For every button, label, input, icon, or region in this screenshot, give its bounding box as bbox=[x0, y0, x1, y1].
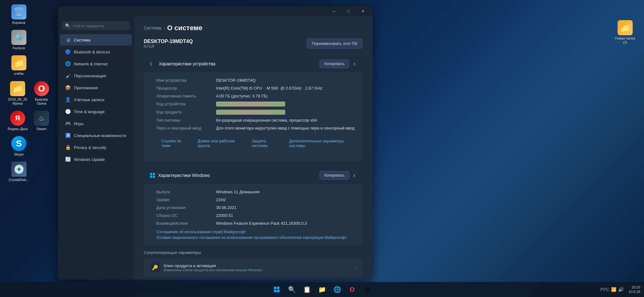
update-value: 21H2 bbox=[216, 197, 226, 202]
related-settings-title: Сопутствующие параметры bbox=[144, 250, 363, 255]
link-protection[interactable]: Защита системы bbox=[247, 135, 284, 151]
device-section-title: ℹ Характеристики устройства bbox=[150, 61, 215, 67]
edition-label: Выпуск bbox=[156, 190, 210, 194]
date-folder-label: 2019_06_25Ирина bbox=[8, 97, 27, 106]
date-folder-image: 📁 bbox=[10, 81, 25, 96]
maximize-button[interactable]: □ bbox=[341, 6, 356, 16]
file-explorer-button[interactable]: 📁 bbox=[315, 283, 329, 296]
sidebar-item-accounts[interactable]: 👤 Учётные записи bbox=[60, 94, 132, 105]
breadcrumb-current: О системе bbox=[167, 24, 202, 32]
search-box[interactable]: 🔍 bbox=[62, 21, 130, 30]
link-related[interactable]: Ссылки по теме bbox=[156, 135, 192, 151]
ram-row: Оперативная память 4.00 ГБ (доступно: 3.… bbox=[156, 94, 356, 98]
device-name-value: DESKTOP-19MDT4Q bbox=[216, 78, 256, 83]
product-id-label: Код продукта bbox=[156, 110, 210, 114]
processor-row: Процессор Intel(R) Core(TM) i5 CPU M 560… bbox=[156, 86, 356, 91]
product-key-icon: 🔑 bbox=[150, 262, 160, 272]
sidebar-item-update[interactable]: 🔄 Windows Update bbox=[60, 154, 132, 165]
product-key-title: Ключ продукта и активация bbox=[164, 263, 262, 268]
links-bar: Ссылки по теме Домен или рабочая группа … bbox=[156, 135, 356, 151]
processor-label: Процессор bbox=[156, 86, 210, 91]
product-key-item-left: 🔑 Ключ продукта и активация Изменение кл… bbox=[150, 262, 262, 272]
factorio-icon[interactable]: ⚙️ Factorio bbox=[6, 29, 31, 52]
sidebar-item-time[interactable]: 🕐 Time & language bbox=[60, 106, 132, 117]
update-row: Update 21H2 bbox=[156, 197, 356, 202]
product-id-row: Код продукта bbox=[156, 110, 356, 115]
search-taskbar-button[interactable]: 🔍 bbox=[285, 283, 299, 296]
device-section-title-text: Характеристики устройства bbox=[159, 61, 215, 66]
sidebar-item-apps[interactable]: 📦 Приложения bbox=[60, 82, 132, 93]
device-section-header: ℹ Характеристики устройства Копировать ∧ bbox=[144, 55, 363, 73]
network-nav-icon: 🌐 bbox=[65, 61, 71, 67]
browser-taskbar-button[interactable]: 🌐 bbox=[330, 283, 344, 296]
date-folder-icon[interactable]: 📁 2019_06_25Ирина bbox=[6, 80, 29, 107]
time-nav-icon: 🕐 bbox=[65, 109, 71, 114]
link-advanced[interactable]: Дополнительные параметры системы bbox=[284, 135, 356, 151]
pen-input-row: Перо и сенсорный ввод Для этого монитора… bbox=[156, 126, 356, 130]
taskbar: 🔍 📋 📁 🌐 O ⚙ РУС 📶 🔊 20:29 10.6.29 bbox=[0, 282, 644, 297]
crystal-disk-icon[interactable]: 💿 CrystalDisk... bbox=[6, 160, 31, 183]
tray-language-icon: РУС bbox=[600, 287, 609, 292]
ucheba-folder-icon[interactable]: 📁 учёба bbox=[6, 54, 31, 77]
windows-logo bbox=[150, 173, 155, 178]
close-button[interactable]: ✕ bbox=[356, 6, 370, 16]
recycle-bin-label: Корзина bbox=[12, 21, 25, 25]
remote-desktop-item[interactable]: 🖥 Удалённый рабочий стол › bbox=[144, 279, 363, 280]
bluetooth-nav-icon: 🔵 bbox=[65, 49, 71, 55]
steam-icon[interactable]: ♨ Steam bbox=[30, 109, 53, 132]
device-name-row: Имя устройства DESKTOP-19MDT4Q bbox=[156, 78, 356, 83]
tray-volume-icon: 🔊 bbox=[618, 287, 624, 292]
apps-nav-icon: 📦 bbox=[65, 85, 71, 91]
install-date-value: 30.06.2021 bbox=[216, 205, 236, 210]
sidebar-item-system-label: Система bbox=[74, 38, 90, 42]
ucheba-folder-label: учёба bbox=[14, 72, 24, 76]
sidebar-item-bluetooth[interactable]: 🔵 Bluetooth & devices bbox=[60, 46, 132, 58]
windows-copy-button[interactable]: Копировать bbox=[319, 171, 349, 180]
sidebar-item-games[interactable]: 🎮 Игры bbox=[60, 118, 132, 129]
factorio-image: ⚙️ bbox=[11, 30, 26, 45]
recycle-bin-image: 🗑️ bbox=[11, 4, 26, 19]
device-section-card: ℹ Характеристики устройства Копировать ∧… bbox=[144, 55, 363, 162]
sidebar-item-personalization[interactable]: 🖌 Персонализация bbox=[60, 70, 132, 81]
install-date-row: Дата установки 30.06.2021 bbox=[156, 205, 356, 210]
svg-rect-2 bbox=[274, 290, 276, 292]
new-folder-icon[interactable]: 📁 Новая папка (3) bbox=[613, 19, 638, 46]
sidebar-item-network[interactable]: 🌐 Network & internet bbox=[60, 58, 132, 69]
pc-name: DESKTOP-19MDT4Q bbox=[144, 39, 193, 44]
settings-taskbar-button[interactable]: ⚙ bbox=[360, 283, 374, 296]
pen-input-value: Для этого монитора недоступен ввод с пом… bbox=[216, 126, 355, 130]
device-section-collapse-icon[interactable]: ∧ bbox=[353, 61, 356, 67]
device-copy-button[interactable]: Копировать bbox=[319, 59, 349, 68]
window-body: 🔍 🖥 Система 🔵 Bluetooth & devices 🌐 Netw… bbox=[58, 16, 373, 280]
new-folder-image: 📁 bbox=[618, 20, 633, 35]
yandex-disk-icon[interactable]: Я Яндекс.Диск bbox=[6, 109, 29, 132]
opera-taskbar-button[interactable]: O bbox=[345, 283, 359, 296]
sidebar-item-system[interactable]: 🖥 Система bbox=[60, 34, 132, 46]
recycle-bin-icon[interactable]: 🗑️ Корзина bbox=[6, 3, 31, 26]
steam-label: Steam bbox=[36, 127, 47, 131]
sidebar-item-accessibility[interactable]: ♿ Специальные возможности bbox=[60, 130, 132, 141]
windows-section-collapse-icon[interactable]: ∧ bbox=[353, 173, 356, 179]
sidebar-item-privacy-label: Privacy & security bbox=[74, 145, 106, 150]
personalization-nav-icon: 🖌 bbox=[65, 73, 71, 79]
task-view-button[interactable]: 📋 bbox=[300, 283, 314, 296]
clock-time: 20:29 bbox=[629, 285, 640, 289]
opera-icon[interactable]: O Браузер Opera bbox=[30, 80, 53, 107]
sidebar-item-privacy[interactable]: 🔒 Privacy & security bbox=[60, 142, 132, 153]
start-button[interactable] bbox=[270, 283, 284, 296]
product-id-value bbox=[216, 110, 285, 115]
skype-icon[interactable]: S Skype bbox=[6, 135, 31, 158]
product-key-item[interactable]: 🔑 Ключ продукта и активация Изменение кл… bbox=[144, 258, 363, 277]
sidebar-item-time-label: Time & language bbox=[74, 109, 105, 114]
rename-button[interactable]: Переименовать этот ПК bbox=[307, 38, 363, 49]
minimize-button[interactable]: ─ bbox=[327, 6, 341, 16]
ms-terms-link-2[interactable]: Условия лицензионного соглашения на испо… bbox=[156, 232, 352, 243]
pc-subname: N73JF bbox=[144, 44, 193, 49]
sidebar-item-games-label: Игры bbox=[74, 121, 84, 126]
search-input[interactable] bbox=[73, 24, 127, 28]
settings-window: ─ □ ✕ 🔍 🖥 Система 🔵 Bluetooth & devices … bbox=[58, 6, 373, 280]
update-nav-icon: 🔄 bbox=[65, 157, 71, 162]
windows-section-title-text: Характеристики Windows bbox=[158, 173, 210, 178]
device-id-row: Код устройства bbox=[156, 102, 356, 107]
link-domain[interactable]: Домен или рабочая группа bbox=[192, 135, 247, 151]
